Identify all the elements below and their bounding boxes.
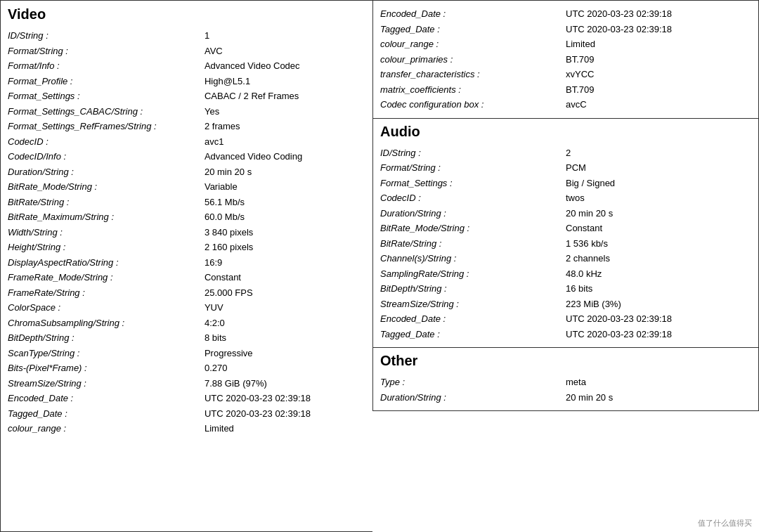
table-row: BitDepth/String :16 bits — [380, 281, 751, 297]
row-label: colour_range : — [8, 421, 205, 436]
other-panel: Other Type :metaDuration/String :20 min … — [372, 347, 759, 411]
row-value: 7.88 GiB (97%) — [205, 376, 365, 391]
row-value: Limited — [566, 37, 751, 52]
row-value: 56.1 Mb/s — [205, 195, 365, 210]
row-value: xvYCC — [566, 67, 751, 82]
row-label: ID/String : — [8, 28, 205, 44]
right-top-table: Encoded_Date :UTC 2020-03-23 02:39:18Tag… — [380, 6, 751, 112]
video-table: ID/String :1Format/String :AVCFormat/Inf… — [8, 28, 365, 436]
row-label: Encoded_Date : — [380, 6, 566, 22]
table-row: matrix_coefficients :BT.709 — [380, 82, 751, 98]
row-value: avcC — [566, 97, 751, 112]
row-label: Tagged_Date : — [380, 327, 566, 342]
table-row: Bits-(Pixel*Frame) :0.270 — [8, 361, 365, 376]
row-label: Format/String : — [8, 44, 205, 59]
table-row: Format_Settings_CABAC/String :Yes — [8, 104, 365, 119]
table-row: DisplayAspectRatio/String :16:9 — [8, 255, 365, 271]
row-value: 3 840 pixels — [205, 225, 365, 240]
table-row: FrameRate/String :25.000 FPS — [8, 285, 365, 301]
row-label: colour_range : — [380, 37, 566, 52]
table-row: Format_Settings :Big / Signed — [380, 176, 751, 191]
table-row: Tagged_Date :UTC 2020-03-23 02:39:18 — [8, 406, 365, 422]
row-label: Bits-(Pixel*Frame) : — [8, 361, 205, 376]
table-row: StreamSize/String :223 MiB (3%) — [380, 297, 751, 312]
row-value: 16 bits — [566, 281, 751, 297]
row-value: UTC 2020-03-23 02:39:18 — [566, 327, 751, 342]
table-row: SamplingRate/String :48.0 kHz — [380, 266, 751, 282]
table-row: Format/String :AVC — [8, 44, 365, 59]
row-label: Format_Settings_CABAC/String : — [8, 104, 205, 119]
row-label: ColorSpace : — [8, 300, 205, 316]
other-table: Type :metaDuration/String :20 min 20 s — [380, 375, 751, 405]
row-label: StreamSize/String : — [8, 376, 205, 391]
table-row: Tagged_Date :UTC 2020-03-23 02:39:18 — [380, 22, 751, 37]
row-label: colour_primaries : — [380, 52, 566, 67]
row-label: Codec configuration box : — [380, 97, 566, 112]
table-row: Codec configuration box :avcC — [380, 97, 751, 112]
row-value: 20 min 20 s — [205, 164, 365, 180]
row-value: AVC — [205, 44, 365, 59]
row-label: BitRate/String : — [8, 195, 205, 210]
row-label: DisplayAspectRatio/String : — [8, 255, 205, 271]
table-row: StreamSize/String :7.88 GiB (97%) — [8, 376, 365, 391]
row-value: 223 MiB (3%) — [566, 297, 751, 312]
right-column: Encoded_Date :UTC 2020-03-23 02:39:18Tag… — [372, 0, 759, 532]
row-value: 1 — [205, 28, 365, 44]
watermark-text: 值了什么值得买 — [698, 518, 752, 528]
row-value: UTC 2020-03-23 02:39:18 — [566, 22, 751, 37]
row-value: twos — [566, 190, 751, 206]
row-value: 8 bits — [205, 330, 365, 346]
row-label: BitDepth/String : — [8, 330, 205, 346]
table-row: ColorSpace :YUV — [8, 300, 365, 316]
row-label: Duration/String : — [8, 164, 205, 180]
table-row: BitRate_Mode/String :Constant — [380, 221, 751, 236]
row-value: 4:2:0 — [205, 316, 365, 331]
row-value: CABAC / 2 Ref Frames — [205, 89, 365, 104]
row-label: transfer_characteristics : — [380, 67, 566, 82]
row-value: Advanced Video Coding — [205, 149, 365, 164]
table-row: Format_Settings :CABAC / 2 Ref Frames — [8, 89, 365, 104]
row-label: Width/String : — [8, 225, 205, 240]
audio-panel: Audio ID/String :2Format/String :PCMForm… — [372, 118, 759, 349]
row-value: 20 min 20 s — [566, 206, 751, 221]
row-value: BT.709 — [566, 52, 751, 67]
table-row: CodecID/Info :Advanced Video Coding — [8, 149, 365, 164]
table-row: ChromaSubsampling/String :4:2:0 — [8, 316, 365, 331]
row-value: UTC 2020-03-23 02:39:18 — [566, 311, 751, 327]
row-label: BitRate/String : — [380, 236, 566, 252]
table-row: Channel(s)/String :2 channels — [380, 251, 751, 266]
row-label: Channel(s)/String : — [380, 251, 566, 266]
table-row: BitRate/String :1 536 kb/s — [380, 236, 751, 252]
row-value: Advanced Video Codec — [205, 58, 365, 74]
row-value: Progressive — [205, 346, 365, 361]
audio-title: Audio — [380, 124, 751, 140]
row-value: meta — [566, 375, 751, 390]
table-row: CodecID :twos — [380, 190, 751, 206]
row-label: matrix_coefficients : — [380, 82, 566, 98]
row-value: High@L5.1 — [205, 74, 365, 89]
row-label: Type : — [380, 375, 566, 390]
table-row: BitRate_Maximum/String :60.0 Mb/s — [8, 209, 365, 225]
row-label: Tagged_Date : — [380, 22, 566, 37]
row-value: 20 min 20 s — [566, 390, 751, 406]
row-label: BitRate_Mode/String : — [380, 221, 566, 236]
row-value: 2 — [566, 145, 751, 161]
table-row: Format/String :PCM — [380, 160, 751, 176]
row-value: 25.000 FPS — [205, 285, 365, 301]
table-row: Duration/String :20 min 20 s — [8, 164, 365, 180]
row-value: 2 frames — [205, 119, 365, 134]
row-value: Yes — [205, 104, 365, 119]
row-label: Format/Info : — [8, 58, 205, 74]
row-value: PCM — [566, 160, 751, 176]
right-top-panel: Encoded_Date :UTC 2020-03-23 02:39:18Tag… — [372, 0, 759, 119]
row-label: BitRate_Mode/String : — [8, 179, 205, 195]
row-label: SamplingRate/String : — [380, 266, 566, 282]
table-row: Duration/String :20 min 20 s — [380, 206, 751, 221]
row-value: Constant — [205, 270, 365, 285]
row-value: avc1 — [205, 134, 365, 150]
table-row: ID/String :1 — [8, 28, 365, 44]
row-label: Duration/String : — [380, 390, 566, 406]
row-label: StreamSize/String : — [380, 297, 566, 312]
row-value: 48.0 kHz — [566, 266, 751, 282]
row-label: Format_Settings_RefFrames/String : — [8, 119, 205, 134]
